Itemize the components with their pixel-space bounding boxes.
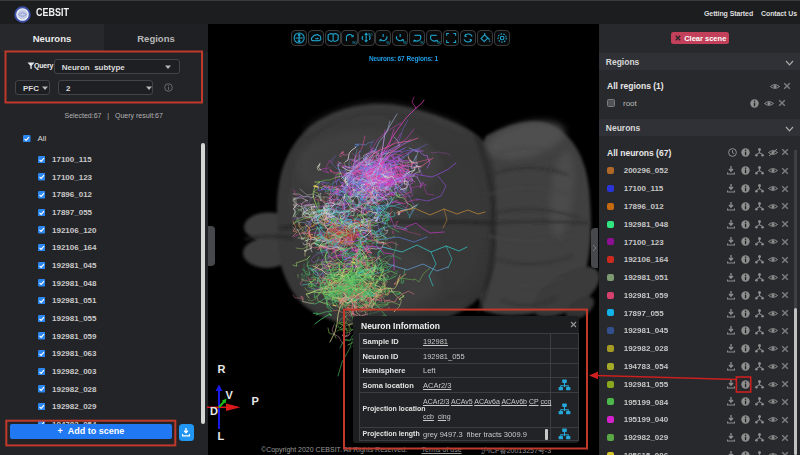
svg-text:90: 90	[353, 40, 357, 45]
svg-text:L: L	[218, 430, 225, 442]
svg-text:90: 90	[437, 40, 441, 45]
svg-text:90: 90	[386, 40, 390, 45]
svg-text:V: V	[226, 389, 234, 401]
svg-text:90: 90	[368, 32, 373, 37]
svg-text:P: P	[252, 395, 259, 407]
svg-text:90: 90	[403, 40, 407, 45]
svg-text:R: R	[218, 363, 226, 375]
svg-text:D: D	[210, 405, 218, 417]
svg-text:90: 90	[420, 40, 424, 45]
